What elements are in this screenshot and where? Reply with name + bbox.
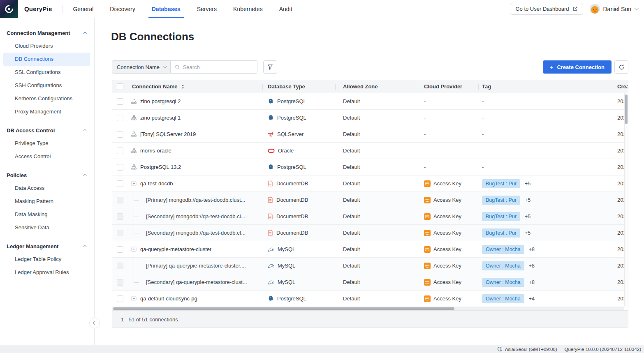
- vertical-scrollbar-thumb[interactable]: [625, 95, 628, 124]
- sidebar-item-access-control[interactable]: Access Control: [3, 150, 90, 163]
- vertical-scrollbar[interactable]: [624, 93, 628, 306]
- sidebar-item-ssl-configurations[interactable]: SSL Configurations: [3, 66, 90, 79]
- expand-row-button[interactable]: [131, 296, 137, 301]
- search-field-select[interactable]: Connection Name: [112, 60, 171, 74]
- sidebar-item-ssh-configurations[interactable]: SSH Configurations: [3, 79, 90, 92]
- table-row[interactable]: [Secondary] mongodb://qa-test-docdb.cf..…: [112, 225, 628, 241]
- sidebar-section-header-policies[interactable]: Policies: [0, 168, 94, 182]
- tag-chip[interactable]: Owner : Mocha: [482, 278, 524, 287]
- row-checkbox[interactable]: [117, 115, 123, 121]
- sort-icon: [181, 84, 185, 89]
- sidebar-item-cloud-providers[interactable]: Cloud Providers: [3, 39, 90, 53]
- expand-row-button[interactable]: [131, 181, 137, 186]
- tag-chip[interactable]: Owner : Mocha: [482, 261, 524, 270]
- row-checkbox[interactable]: [117, 295, 123, 302]
- table-row[interactable]: [Tony] SQLServer 2019 SQLServer Default …: [112, 126, 628, 143]
- column-header-cloud-provider[interactable]: Cloud Provider: [421, 80, 478, 93]
- tag-more-count[interactable]: +5: [525, 230, 530, 236]
- connection-name-cell: [Primary] mongodb://qa-test-docdb.clust.…: [130, 192, 262, 208]
- expand-row-button[interactable]: [131, 247, 137, 252]
- table-row[interactable]: qa-querypie-metastore-cluster MySQL Defa…: [112, 241, 628, 258]
- table-row[interactable]: [Secondary] qa-querypie-metastore-clust.…: [112, 274, 628, 291]
- tag-more-count[interactable]: +8: [529, 263, 535, 269]
- filter-button[interactable]: [263, 60, 277, 74]
- row-checkbox[interactable]: [117, 263, 123, 269]
- row-checkbox[interactable]: [117, 148, 123, 154]
- table-row[interactable]: zino postgresql 2 PostgreSQL Default - -…: [112, 93, 628, 110]
- sidebar-section-header-connection-management[interactable]: Connection Management: [0, 26, 94, 39]
- column-header-tag[interactable]: Tag: [478, 80, 612, 93]
- tag-chip[interactable]: BugTest : Pur: [482, 196, 520, 205]
- table-row[interactable]: zino postgresql 1 PostgreSQL Default - -…: [112, 110, 628, 126]
- sidebar-item-ledger-table-policy[interactable]: Ledger Table Policy: [3, 253, 90, 266]
- tag-chip[interactable]: BugTest : Pur: [482, 179, 520, 188]
- row-checkbox[interactable]: [117, 180, 123, 187]
- tag-more-count[interactable]: +5: [525, 181, 530, 187]
- refresh-button[interactable]: [614, 60, 628, 74]
- horizontal-scrollbar[interactable]: [112, 307, 624, 310]
- sidebar-item-privilege-type[interactable]: Privilege Type: [3, 137, 90, 150]
- column-header-database-type[interactable]: Database Type: [262, 80, 335, 93]
- tag-more-count[interactable]: +5: [525, 214, 530, 219]
- nav-tab-kubernetes[interactable]: Kubernetes: [233, 0, 263, 18]
- tag-more-count[interactable]: +5: [525, 197, 530, 203]
- nav-tab-discovery[interactable]: Discovery: [110, 0, 135, 18]
- table-row[interactable]: [Primary] qa-querypie-metastore-cluster.…: [112, 258, 628, 274]
- sidebar-item-masking-pattern[interactable]: Masking Pattern: [3, 195, 90, 208]
- tag-cell: Owner : Mocha+4: [478, 291, 612, 307]
- tag-more-count[interactable]: +8: [529, 247, 535, 252]
- table-row[interactable]: morris-oracle Oracle Default - - 202: [112, 143, 628, 159]
- column-header-created[interactable]: Crea: [612, 80, 628, 93]
- tag-chip[interactable]: BugTest : Pur: [482, 212, 520, 221]
- aws-icon: aws: [424, 263, 431, 269]
- horizontal-scrollbar-thumb[interactable]: [113, 307, 454, 310]
- chevron-up-icon: [83, 32, 86, 35]
- column-header-allowed-zone[interactable]: Allowed Zone: [335, 80, 421, 93]
- table-row[interactable]: [Secondary] mongodb://qa-test-docdb.cl..…: [112, 208, 628, 225]
- nav-tab-databases[interactable]: Databases: [152, 0, 181, 18]
- create-connection-button[interactable]: + Create Connection: [543, 60, 612, 74]
- database-type-cell: MySQL: [262, 241, 335, 257]
- sidebar-item-proxy-management[interactable]: Proxy Management: [3, 105, 90, 118]
- tag-chip[interactable]: Owner : Mocha: [482, 294, 524, 303]
- tag-more-count[interactable]: +4: [529, 296, 535, 302]
- nav-tab-servers[interactable]: Servers: [197, 0, 217, 18]
- sidebar-section-header-ledger-management[interactable]: Ledger Management: [0, 240, 94, 253]
- nav-tab-audit[interactable]: Audit: [279, 0, 292, 18]
- row-checkbox[interactable]: [117, 98, 123, 105]
- column-header-connection-name[interactable]: Connection Name: [130, 80, 262, 93]
- sidebar-item-data-access[interactable]: Data Access: [3, 182, 90, 195]
- row-checkbox[interactable]: [117, 197, 123, 203]
- table-row[interactable]: qa-default-cloudsync-pg PostgreSQL Defau…: [112, 291, 628, 307]
- sidebar-item-ledger-approval-rules[interactable]: Ledger Approval Rules: [3, 266, 90, 279]
- row-checkbox[interactable]: [117, 213, 123, 220]
- table-row[interactable]: PostgreSQL 13.2 PostgreSQL Default - - 2…: [112, 159, 628, 175]
- cloud-provider-cell: -: [421, 143, 478, 159]
- go-to-user-dashboard-button[interactable]: Go to User Dashboard: [510, 3, 583, 15]
- select-all-checkbox[interactable]: [117, 83, 123, 90]
- sidebar-item-db-connections[interactable]: DB Connections: [3, 53, 90, 66]
- sidebar-section-header-db-access-control[interactable]: DB Access Control: [0, 124, 94, 137]
- row-checkbox[interactable]: [117, 131, 123, 138]
- table-row[interactable]: [Primary] mongodb://qa-test-docdb.clust.…: [112, 192, 628, 208]
- svg-text:aws: aws: [425, 198, 429, 200]
- tag-more-count[interactable]: +8: [529, 279, 535, 285]
- sidebar-item-kerberos-configurations[interactable]: Kerberos Configurations: [3, 92, 90, 105]
- tag-chip[interactable]: Owner : Mocha: [482, 245, 524, 254]
- row-checkbox[interactable]: [117, 230, 123, 236]
- user-menu[interactable]: Daniel Son: [590, 4, 638, 14]
- row-checkbox[interactable]: [117, 164, 123, 171]
- nav-tab-general[interactable]: General: [73, 0, 93, 18]
- tag-chip[interactable]: BugTest : Pur: [482, 228, 520, 238]
- allowed-zone-cell: Default: [335, 291, 421, 307]
- table-row[interactable]: qa-test-docdb DocumentDB Default awsAcce…: [112, 175, 628, 192]
- row-checkbox[interactable]: [117, 279, 123, 286]
- sidebar-item-sensitive-data[interactable]: Sensitive Data: [3, 221, 90, 234]
- sidebar-item-data-masking[interactable]: Data Masking: [3, 208, 90, 221]
- tag-cell: -: [478, 93, 612, 109]
- aws-icon: aws: [424, 246, 431, 253]
- postgresql-icon: [268, 295, 274, 302]
- row-checkbox[interactable]: [117, 246, 123, 253]
- search-input[interactable]: [183, 64, 253, 70]
- sidebar-collapse-button[interactable]: [89, 318, 100, 328]
